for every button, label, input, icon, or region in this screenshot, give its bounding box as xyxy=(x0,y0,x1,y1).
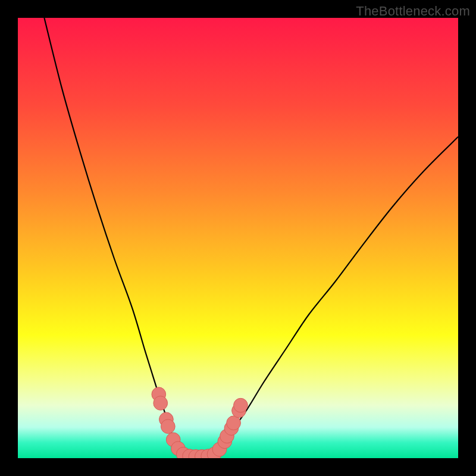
curve-right-branch xyxy=(212,137,458,456)
marker-layer xyxy=(152,387,248,458)
outer-frame: TheBottleneck.com xyxy=(0,0,476,476)
data-marker xyxy=(227,416,241,430)
watermark-text: TheBottleneck.com xyxy=(356,4,470,19)
plot-area xyxy=(18,18,458,458)
data-marker xyxy=(161,419,176,434)
data-marker xyxy=(154,396,168,411)
data-marker xyxy=(234,398,248,412)
chart-svg xyxy=(18,18,458,458)
